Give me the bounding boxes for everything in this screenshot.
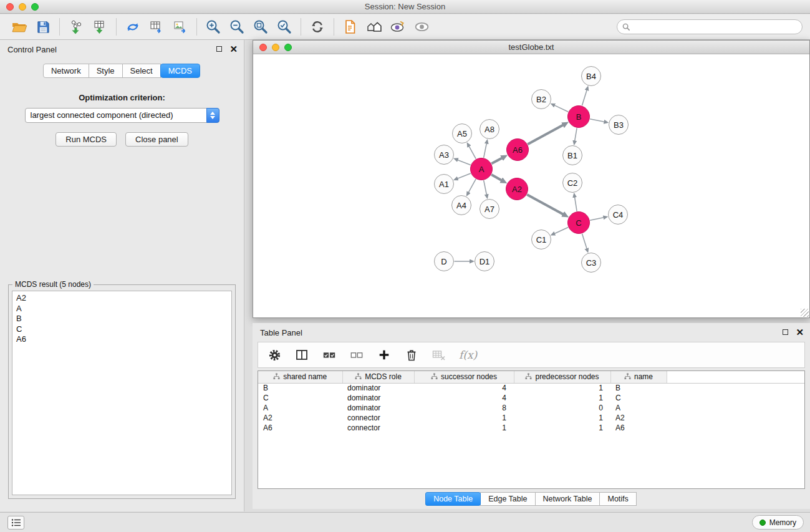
mcds-result-item[interactable]: B xyxy=(16,314,231,324)
graph-node-C2[interactable]: C2 xyxy=(562,173,582,193)
home-icon[interactable] xyxy=(362,16,386,37)
import-table-icon[interactable] xyxy=(88,16,112,37)
graph-node-D[interactable]: D xyxy=(434,251,454,271)
graph-node-A5[interactable]: A5 xyxy=(452,123,472,143)
table-row[interactable]: A6connector11A6 xyxy=(258,423,804,433)
mcds-result-item[interactable]: A xyxy=(16,304,231,314)
export-table-icon[interactable] xyxy=(145,16,168,37)
float-table-panel-icon[interactable] xyxy=(783,329,788,335)
column-header-name[interactable]: name xyxy=(610,371,667,383)
network-minimize-button[interactable] xyxy=(272,44,279,51)
zoom-selected-icon[interactable] xyxy=(272,16,296,37)
table-row[interactable]: Adominator80A xyxy=(258,403,804,413)
graph-node-B2[interactable]: B2 xyxy=(531,89,551,109)
mcds-result-item[interactable]: A2 xyxy=(16,293,231,304)
tab-select[interactable]: Select xyxy=(122,64,161,78)
graph-node-A6[interactable]: A6 xyxy=(506,138,529,161)
network-canvas[interactable]: B4B2BB3A5A8A6A3B1AC2A1A2A4A7C4CC1DD1C3 xyxy=(253,55,809,317)
graph-node-A[interactable]: A xyxy=(470,158,493,180)
show-columns-icon[interactable] xyxy=(294,347,309,362)
graph-node-A4[interactable]: A4 xyxy=(451,195,471,215)
graph-node-B[interactable]: B xyxy=(567,105,590,128)
optimization-criterion-dropdown[interactable]: largest connected component (directed) xyxy=(25,108,219,123)
graph-edge-B-B2[interactable] xyxy=(554,105,568,112)
column-header-shared-name[interactable]: shared name xyxy=(258,371,342,383)
graph-node-B4[interactable]: B4 xyxy=(581,66,601,86)
refresh-icon[interactable] xyxy=(306,16,329,37)
network-window-titlebar[interactable]: testGlobe.txt xyxy=(253,41,809,54)
column-header-successor-nodes[interactable]: successor nodes xyxy=(414,371,514,383)
search-field[interactable] xyxy=(617,19,803,34)
minimize-window-button[interactable] xyxy=(19,3,26,11)
close-window-button[interactable] xyxy=(6,3,14,11)
tab-mcds[interactable]: MCDS xyxy=(160,64,200,78)
fullscreen-window-button[interactable] xyxy=(31,3,39,11)
zoom-fit-icon[interactable] xyxy=(249,16,272,37)
search-input[interactable] xyxy=(634,22,797,32)
mcds-result-list[interactable]: A2ABCA6 xyxy=(12,291,232,495)
graph-edge-A-A7[interactable] xyxy=(484,180,487,195)
graph-node-A3[interactable]: A3 xyxy=(434,145,454,165)
table-row[interactable]: Bdominator41B xyxy=(258,383,804,393)
graph-edge-B-B1[interactable] xyxy=(575,128,577,141)
close-table-panel-icon[interactable]: ✕ xyxy=(796,329,804,336)
graph-edge-A-A4[interactable] xyxy=(468,179,476,192)
tab-motifs[interactable]: Motifs xyxy=(599,492,636,506)
network-zoom-button[interactable] xyxy=(284,44,292,51)
tab-edge-table[interactable]: Edge Table xyxy=(480,492,535,506)
open-session-icon[interactable] xyxy=(7,16,31,37)
graph-edge-A-A2[interactable] xyxy=(491,175,501,180)
task-history-button[interactable] xyxy=(7,516,24,530)
deselect-all-icon[interactable] xyxy=(349,347,364,362)
graph-edge-A-A8[interactable] xyxy=(484,143,487,158)
memory-button[interactable]: Memory xyxy=(752,515,804,530)
graph-edge-C-C2[interactable] xyxy=(575,197,577,211)
add-column-plus-icon[interactable] xyxy=(377,347,392,362)
graph-edge-C-C4[interactable] xyxy=(590,218,604,221)
delete-column-trash-icon[interactable] xyxy=(404,347,419,362)
visual-style-icon[interactable] xyxy=(386,16,410,37)
graph-node-C4[interactable]: C4 xyxy=(608,205,628,225)
graph-node-C3[interactable]: C3 xyxy=(581,253,601,273)
close-panel-button[interactable]: Close panel xyxy=(125,132,188,147)
export-network-icon[interactable] xyxy=(121,16,145,37)
graph-node-B1[interactable]: B1 xyxy=(562,145,582,165)
graph-node-A7[interactable]: A7 xyxy=(480,199,499,219)
run-mcds-button[interactable]: Run MCDS xyxy=(55,132,117,147)
float-panel-icon[interactable] xyxy=(216,46,222,52)
zoom-in-icon[interactable] xyxy=(201,16,225,37)
export-image-icon[interactable] xyxy=(168,16,192,37)
eye-icon[interactable] xyxy=(410,16,433,37)
graph-edge-B-B4[interactable] xyxy=(582,90,587,106)
graph-node-B3[interactable]: B3 xyxy=(609,115,629,135)
select-all-icon[interactable] xyxy=(322,347,337,362)
network-close-button[interactable] xyxy=(259,44,267,51)
graph-edge-A-A6[interactable] xyxy=(491,158,502,163)
graph-edge-C-C3[interactable] xyxy=(582,234,587,249)
graph-node-C1[interactable]: C1 xyxy=(531,230,551,249)
column-header-mcds-role[interactable]: MCDS role xyxy=(342,371,414,383)
tab-network-table[interactable]: Network Table xyxy=(535,492,600,506)
graph-node-D1[interactable]: D1 xyxy=(475,251,494,271)
mcds-result-item[interactable]: C xyxy=(16,324,231,335)
graph-edge-C-C1[interactable] xyxy=(554,228,568,234)
document-export-icon[interactable] xyxy=(339,16,362,37)
graph-edge-A2-C[interactable] xyxy=(527,195,563,215)
graph-node-A2[interactable]: A2 xyxy=(506,178,528,200)
table-settings-gear-icon[interactable] xyxy=(267,347,282,362)
mcds-result-item[interactable]: A6 xyxy=(16,334,231,345)
table-row[interactable]: A2connector11A2 xyxy=(258,413,804,423)
graph-node-A8[interactable]: A8 xyxy=(480,119,499,139)
graph-edge-A-A3[interactable] xyxy=(458,160,471,165)
save-session-icon[interactable] xyxy=(31,16,55,37)
graph-node-A1[interactable]: A1 xyxy=(434,174,454,194)
import-network-icon[interactable] xyxy=(64,16,88,37)
column-header-predecessor-nodes[interactable]: predecessor nodes xyxy=(514,371,610,383)
graph-node-C[interactable]: C xyxy=(567,211,590,234)
tab-style[interactable]: Style xyxy=(89,64,123,78)
graph-edge-A-A5[interactable] xyxy=(469,147,476,159)
table-row[interactable]: Cdominator41C xyxy=(258,393,804,403)
close-panel-icon[interactable]: ✕ xyxy=(229,46,238,52)
graph-edge-B-B3[interactable] xyxy=(590,119,604,122)
node-table[interactable]: shared nameMCDS rolesuccessor nodesprede… xyxy=(258,370,805,489)
